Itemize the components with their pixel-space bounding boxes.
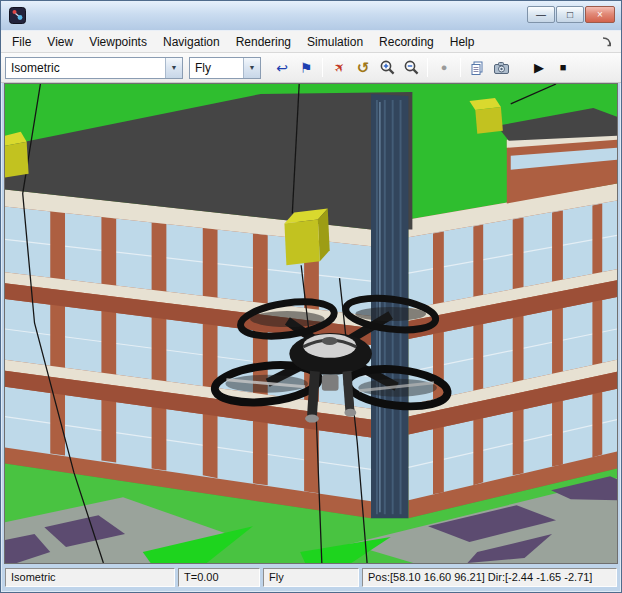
record-dot-icon: ●	[441, 62, 448, 73]
maximize-button[interactable]: □	[556, 6, 584, 23]
undo-move-button[interactable]: ↺	[351, 57, 375, 79]
menu-viewpoints[interactable]: Viewpoints	[81, 32, 155, 52]
toolbar-separator	[460, 58, 461, 77]
zoom-out-button[interactable]	[399, 57, 423, 79]
close-icon: ×	[597, 10, 603, 20]
menu-file[interactable]: File	[4, 32, 39, 52]
reset-viewpoint-button[interactable]: ↩	[270, 57, 294, 79]
toolbar: Isometric ▼ Fly ▼ ↩ ⚑ ✈ ↺ ● ▶ ■	[1, 53, 621, 83]
zoom-in-button[interactable]	[375, 57, 399, 79]
viewpoint-dropdown-value: Isometric	[6, 61, 165, 75]
menu-navigation[interactable]: Navigation	[155, 32, 228, 52]
close-button[interactable]: ×	[585, 6, 615, 23]
menu-recording[interactable]: Recording	[371, 32, 442, 52]
app-icon	[9, 7, 26, 24]
title-bar[interactable]: — □ ×	[1, 1, 621, 30]
dropdown-arrow-icon: ▼	[165, 58, 182, 78]
viewpoint-dropdown[interactable]: Isometric ▼	[5, 57, 183, 79]
status-navigation: Fly	[263, 568, 359, 587]
menu-bar: File View Viewpoints Navigation Renderin…	[1, 30, 621, 53]
straighten-up-button[interactable]: ✈	[327, 57, 351, 79]
menu-simulation[interactable]: Simulation	[299, 32, 371, 52]
toolbar-separator	[322, 58, 323, 77]
copy-document-icon	[469, 60, 485, 76]
stop-simulation-button[interactable]: ■	[551, 57, 575, 79]
capture-frame-button[interactable]	[489, 57, 513, 79]
record-button[interactable]: ●	[432, 57, 456, 79]
window-controls: — □ ×	[527, 6, 615, 23]
minimize-icon: —	[536, 10, 546, 20]
status-time: T=0.00	[178, 568, 260, 587]
camera-icon	[493, 60, 510, 76]
menu-view[interactable]: View	[39, 32, 81, 52]
start-simulation-button[interactable]: ▶	[527, 57, 551, 79]
viewport-3d[interactable]	[4, 83, 618, 564]
undo-rotate-icon: ↺	[357, 60, 370, 75]
drone-gimbal	[322, 375, 339, 391]
minimize-button[interactable]: —	[527, 6, 555, 23]
menu-rendering[interactable]: Rendering	[228, 32, 299, 52]
navigation-dropdown-value: Fly	[190, 61, 243, 75]
status-pose: Pos:[58.10 16.60 96.21] Dir:[-2.44 -1.65…	[362, 568, 617, 587]
flag-icon: ⚑	[300, 61, 313, 75]
zoom-out-icon	[403, 59, 420, 76]
stop-icon: ■	[560, 62, 567, 73]
undock-icon[interactable]	[599, 34, 615, 50]
status-viewpoint: Isometric	[5, 568, 175, 587]
copy-frame-button[interactable]	[465, 57, 489, 79]
dropdown-arrow-icon: ▼	[243, 58, 260, 78]
menu-help[interactable]: Help	[442, 32, 483, 52]
navigation-method-dropdown[interactable]: Fly ▼	[189, 57, 261, 79]
toolbar-separator	[427, 58, 428, 77]
zoom-in-icon	[379, 59, 396, 76]
plane-up-icon: ✈	[331, 59, 348, 76]
play-icon: ▶	[534, 61, 544, 74]
create-viewpoint-button[interactable]: ⚑	[294, 57, 318, 79]
waypoint-box-center	[284, 208, 329, 265]
return-arrow-icon: ↩	[276, 61, 288, 75]
viewer-window: — □ × File View Viewpoints Navigation Re…	[0, 0, 622, 593]
maximize-icon: □	[567, 10, 573, 20]
status-bar: Isometric T=0.00 Fly Pos:[58.10 16.60 96…	[1, 564, 621, 592]
